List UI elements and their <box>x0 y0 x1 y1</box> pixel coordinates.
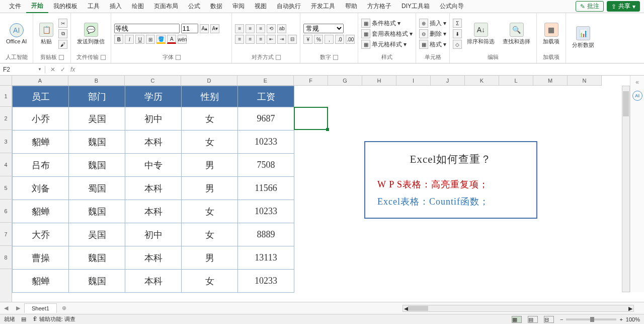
cell[interactable]: 本科 <box>125 200 182 223</box>
table-format-button[interactable]: ▦套用表格格式 ▾ <box>361 29 413 38</box>
paste-button[interactable]: 📋粘贴 <box>36 22 56 46</box>
cell[interactable]: 男 <box>182 177 238 200</box>
accessibility-status[interactable]: 🕏 辅助功能: 调查 <box>32 315 75 323</box>
cell[interactable]: 刘备 <box>13 177 69 200</box>
cell[interactable]: 11566 <box>238 177 294 200</box>
header-dept[interactable]: 部门 <box>69 86 125 107</box>
zoom-percent[interactable]: 100% <box>626 316 640 322</box>
fill-icon[interactable]: ⬇ <box>453 29 462 38</box>
cell[interactable]: 曹操 <box>13 246 69 270</box>
col-header-K[interactable]: K <box>465 76 499 86</box>
wrap-text-icon[interactable]: ab <box>277 24 286 33</box>
col-header-B[interactable]: B <box>68 76 125 86</box>
cell[interactable]: 女 <box>182 270 238 293</box>
page-layout-view-icon[interactable]: ▤ <box>528 316 538 323</box>
indent-dec-icon[interactable]: ⇤ <box>267 35 276 44</box>
insert-cells-button[interactable]: ⊕插入 ▾ <box>419 19 446 28</box>
cell[interactable]: 小乔 <box>13 107 69 131</box>
office-ai-button[interactable]: AIOffice AI <box>3 22 30 45</box>
cell[interactable]: 本科 <box>125 246 182 270</box>
clipboard-dialog-icon[interactable] <box>59 55 64 60</box>
menu-file[interactable]: 文件 <box>4 0 26 13</box>
zoom-in-icon[interactable]: + <box>619 316 622 322</box>
decrease-font-icon[interactable]: A▾ <box>210 24 219 33</box>
underline-icon[interactable]: U <box>135 35 144 44</box>
zoom-out-icon[interactable]: − <box>560 316 563 322</box>
col-header-C[interactable]: C <box>125 76 181 86</box>
cell[interactable]: 7508 <box>238 154 294 177</box>
row-header-5[interactable]: 5 <box>0 176 12 200</box>
menu-help[interactable]: 帮助 <box>340 0 362 13</box>
cell[interactable]: 魏国 <box>69 200 125 223</box>
table-row[interactable]: 曹操魏国本科男13113 <box>13 246 294 270</box>
table-row[interactable]: 小乔吴国初中女9687 <box>13 107 294 131</box>
cell[interactable]: 貂蝉 <box>13 270 69 293</box>
number-dialog-icon[interactable] <box>333 55 338 60</box>
font-color-icon[interactable]: A <box>167 35 176 44</box>
fill-color-icon[interactable]: 🪣 <box>156 35 166 44</box>
table-row[interactable]: 刘备蜀国本科男11566 <box>13 177 294 200</box>
italic-icon[interactable]: I <box>125 35 134 44</box>
table-row[interactable]: 貂蝉魏国本科女10233 <box>13 131 294 154</box>
menu-insert[interactable]: 插入 <box>105 0 127 13</box>
col-header-A[interactable]: A <box>12 76 68 86</box>
menu-formula-guide[interactable]: 公式向导 <box>435 0 469 13</box>
col-header-D[interactable]: D <box>181 76 237 86</box>
cell[interactable]: 男 <box>182 154 238 177</box>
cut-icon[interactable]: ✂ <box>58 19 67 28</box>
share-button[interactable]: ⇪ 共享 ▾ <box>607 1 640 12</box>
page-break-view-icon[interactable]: ⊟ <box>544 316 554 323</box>
sheet-tab[interactable]: Sheet1 <box>24 303 57 313</box>
menu-automate[interactable]: 自动执行 <box>272 0 306 13</box>
cell[interactable]: 女 <box>182 107 238 131</box>
analyze-data-button[interactable]: 📊分析数据 <box>569 25 597 50</box>
cell[interactable]: 9687 <box>238 107 294 131</box>
align-dialog-icon[interactable] <box>276 55 281 60</box>
autosum-icon[interactable]: Σ <box>453 19 462 28</box>
col-header-L[interactable]: L <box>499 76 533 86</box>
col-header-F[interactable]: F <box>294 76 328 86</box>
annotation-textbox[interactable]: Excel如何查重？ W P S表格：高亮重复项； Excel表格：Counti… <box>364 141 537 219</box>
merge-icon[interactable]: ⊟ <box>288 35 297 44</box>
cell[interactable]: 13113 <box>238 246 294 270</box>
font-size-input[interactable] <box>181 24 198 33</box>
sheet-nav-prev-icon[interactable]: ◀ <box>0 305 12 311</box>
cell[interactable]: 10233 <box>238 270 294 293</box>
align-middle-icon[interactable]: ≡ <box>246 24 255 33</box>
cell[interactable]: 初中 <box>125 107 182 131</box>
menu-diy[interactable]: DIY工具箱 <box>396 0 435 13</box>
cell[interactable]: 本科 <box>125 131 182 154</box>
collapse-panel-icon[interactable]: « <box>635 79 639 86</box>
cell[interactable]: 本科 <box>125 177 182 200</box>
dec-decimal-icon[interactable]: .00 <box>346 35 355 44</box>
cell-styles-button[interactable]: ▦单元格样式 ▾ <box>361 40 413 49</box>
menu-draw[interactable]: 绘图 <box>127 0 149 13</box>
cell[interactable]: 大乔 <box>13 223 69 246</box>
send-wechat-button[interactable]: 💬发送到微信 <box>74 22 108 46</box>
col-header-M[interactable]: M <box>533 76 568 86</box>
align-right-icon[interactable]: ≡ <box>256 35 265 44</box>
vertical-scrollbar[interactable] <box>622 86 630 292</box>
cell[interactable]: 女 <box>182 223 238 246</box>
copy-icon[interactable]: ⧉ <box>58 29 67 38</box>
number-format-select[interactable]: 常规 <box>303 24 344 33</box>
cell[interactable]: 吴国 <box>69 223 125 246</box>
row-header-1[interactable]: 1 <box>0 86 12 107</box>
menu-home[interactable]: 开始 <box>26 0 48 13</box>
phonetic-icon[interactable]: wén <box>178 35 187 44</box>
header-edu[interactable]: 学历 <box>125 86 182 107</box>
row-header-3[interactable]: 3 <box>0 130 12 153</box>
col-header-I[interactable]: I <box>396 76 431 86</box>
cell[interactable]: 女 <box>182 131 238 154</box>
select-all-corner[interactable] <box>0 76 12 86</box>
menu-devtools[interactable]: 开发工具 <box>306 0 340 13</box>
align-left-icon[interactable]: ≡ <box>235 35 244 44</box>
cell[interactable]: 中专 <box>125 154 182 177</box>
format-painter-icon[interactable]: 🖌 <box>58 40 67 49</box>
col-header-G[interactable]: G <box>328 76 362 86</box>
cell[interactable]: 初中 <box>125 223 182 246</box>
comment-button[interactable]: ✎ 批注 <box>576 1 604 12</box>
fx-icon[interactable]: fx <box>70 66 75 73</box>
header-salary[interactable]: 工资 <box>238 86 294 107</box>
clear-icon[interactable]: ◇ <box>453 40 462 49</box>
